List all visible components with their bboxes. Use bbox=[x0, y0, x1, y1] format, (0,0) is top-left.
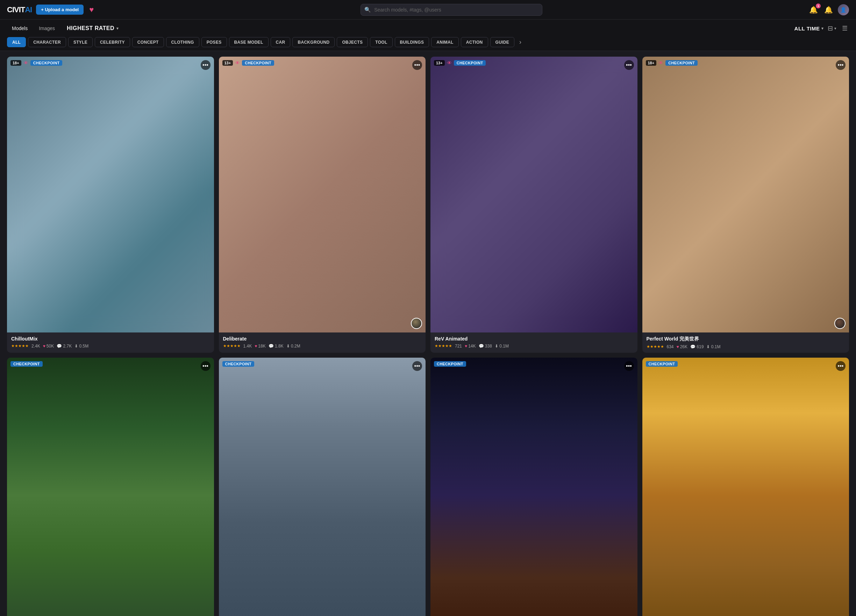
card-image-deliberate: 13+👁CHECKPOINT••• bbox=[219, 57, 426, 333]
card-menu-button[interactable]: ••• bbox=[201, 60, 211, 70]
nav-bar: Models Images HIGHEST RATED ▾ ALL TIME ▾… bbox=[0, 20, 856, 51]
category-poses[interactable]: POSES bbox=[202, 37, 227, 47]
category-objects[interactable]: OBJECTS bbox=[337, 37, 368, 47]
card-title: Perfect World 完美世界 bbox=[647, 336, 845, 342]
rating-count: 2.4K bbox=[31, 343, 40, 348]
list-icon: ☰ bbox=[842, 25, 848, 32]
list-view-button[interactable]: ☰ bbox=[841, 23, 849, 34]
card-image-perfect-world: 18+👁CHECKPOINT••• bbox=[642, 57, 849, 333]
upload-model-button[interactable]: + Upload a model bbox=[36, 5, 83, 15]
tab-images[interactable]: Images bbox=[34, 23, 60, 33]
category-clothing[interactable]: CLOTHING bbox=[166, 37, 199, 47]
rating-count: 721 bbox=[455, 343, 462, 348]
favorites-button[interactable]: ♥ bbox=[88, 4, 95, 16]
category-buildings[interactable]: BUILDINGS bbox=[395, 37, 430, 47]
card-info: ReV Animated★★★★★721♥ 14K💬 338⬇ 0.1M bbox=[430, 333, 637, 352]
type-badge: CHECKPOINT bbox=[646, 361, 678, 367]
card-badges: 18+👁CHECKPOINT bbox=[11, 60, 62, 66]
logo-civit: CIVIT bbox=[7, 5, 25, 14]
rating-count: 634 bbox=[667, 344, 674, 349]
age-rating-badge: 13+ bbox=[222, 60, 233, 66]
tab-models[interactable]: Models bbox=[7, 23, 32, 33]
eye-icon: 👁 bbox=[235, 60, 240, 66]
period-label: ALL TIME bbox=[794, 26, 820, 31]
nav-tabs: Models Images bbox=[7, 23, 60, 33]
user-avatar[interactable]: 👤 bbox=[838, 4, 849, 15]
card-info: ChilloutMix★★★★★2.4K♥ 50K💬 2.7K⬇ 0.5M bbox=[7, 333, 214, 352]
comments-count: 💬 2.7K bbox=[57, 343, 72, 348]
eye-icon: 👁 bbox=[659, 60, 664, 66]
card-info: Deliberate★★★★★1.4K♥ 18K💬 1.8K⬇ 0.2M bbox=[219, 333, 426, 352]
card-title: Deliberate bbox=[223, 336, 422, 342]
category-style[interactable]: STYLE bbox=[68, 37, 93, 47]
card-menu-button[interactable]: ••• bbox=[836, 361, 845, 371]
card-user-avatar[interactable] bbox=[834, 318, 845, 329]
card-menu-button[interactable]: ••• bbox=[201, 361, 211, 371]
model-card-deliberate[interactable]: 13+👁CHECKPOINT•••Deliberate★★★★★1.4K♥ 18… bbox=[219, 57, 426, 353]
sort-button[interactable]: HIGHEST RATED ▾ bbox=[67, 25, 119, 31]
card-stats: ★★★★★1.4K♥ 18K💬 1.8K⬇ 0.2M bbox=[223, 343, 422, 348]
card-image-realistic-vision: CHECKPOINT••• bbox=[219, 358, 426, 616]
type-badge: CHECKPOINT bbox=[434, 361, 466, 367]
card-menu-button[interactable]: ••• bbox=[836, 60, 845, 70]
card-image-mystery1: CHECKPOINT••• bbox=[7, 358, 214, 616]
downloads-count: ⬇ 0.1M bbox=[706, 344, 721, 349]
card-user-avatar[interactable] bbox=[411, 318, 422, 329]
card-menu-button[interactable]: ••• bbox=[412, 361, 422, 371]
category-tool[interactable]: TOOL bbox=[370, 37, 393, 47]
card-stats: ★★★★★634♥ 26K💬 619⬇ 0.1M bbox=[647, 344, 845, 349]
age-rating-badge: 13+ bbox=[434, 60, 445, 66]
card-stats: ★★★★★2.4K♥ 50K💬 2.7K⬇ 0.5M bbox=[11, 343, 210, 348]
category-celebrity[interactable]: CELEBRITY bbox=[95, 37, 130, 47]
eye-icon: 👁 bbox=[447, 60, 452, 66]
card-info: Perfect World 完美世界★★★★★634♥ 26K💬 619⬇ 0.… bbox=[642, 333, 849, 353]
card-menu-button[interactable]: ••• bbox=[624, 361, 634, 371]
category-car[interactable]: CAR bbox=[271, 37, 291, 47]
filter-icon: ⊟ bbox=[828, 25, 833, 32]
rating-stars: ★★★★★ bbox=[223, 343, 240, 348]
logo-ai: AI bbox=[25, 5, 32, 14]
downloads-count: ⬇ 0.5M bbox=[74, 343, 88, 348]
search-icon: 🔍 bbox=[364, 7, 371, 13]
card-menu-button[interactable]: ••• bbox=[624, 60, 634, 70]
card-menu-button[interactable]: ••• bbox=[412, 60, 422, 70]
filter-button[interactable]: ⊟ ▾ bbox=[826, 23, 838, 34]
card-badges: 13+👁CHECKPOINT bbox=[222, 60, 274, 66]
rating-stars: ★★★★★ bbox=[435, 343, 452, 348]
model-card-realistic-vision[interactable]: CHECKPOINT•••Realistic Vision V2.0★★★★★5… bbox=[219, 358, 426, 616]
header-right: 🔔 1 🔔 👤 bbox=[808, 4, 849, 15]
type-badge: CHECKPOINT bbox=[454, 60, 486, 66]
model-card-mystery1[interactable]: CHECKPOINT••• bbox=[7, 358, 214, 616]
downloads-count: ⬇ 0.2M bbox=[286, 343, 300, 348]
age-rating-badge: 18+ bbox=[11, 60, 22, 66]
model-card-perfect-world[interactable]: 18+👁CHECKPOINT•••Perfect World 完美世界★★★★★… bbox=[642, 57, 849, 353]
category-background[interactable]: BACKGROUND bbox=[293, 37, 335, 47]
category-action[interactable]: ACTION bbox=[461, 37, 488, 47]
logo[interactable]: CIVITAI bbox=[7, 5, 32, 14]
model-card-abyss-orange[interactable]: CHECKPOINT•••AbyssOrangeMix3 (AOM3)★★★★★… bbox=[430, 358, 637, 616]
alerts-button[interactable]: 🔔 bbox=[823, 4, 834, 15]
category-guide[interactable]: GUIDE bbox=[490, 37, 515, 47]
category-more-button[interactable]: › bbox=[516, 37, 524, 47]
search-input[interactable] bbox=[360, 4, 542, 16]
model-card-chillout[interactable]: 18+👁CHECKPOINT•••ChilloutMix★★★★★2.4K♥ 5… bbox=[7, 57, 214, 353]
card-image-rev-animated: 13+👁CHECKPOINT••• bbox=[430, 57, 637, 333]
card-stats: ★★★★★721♥ 14K💬 338⬇ 0.1M bbox=[435, 343, 633, 348]
model-card-rev-animated[interactable]: 13+👁CHECKPOINT•••ReV Animated★★★★★721♥ 1… bbox=[430, 57, 637, 353]
category-bar: ALLCHARACTERSTYLECELEBRITYCONCEPTCLOTHIN… bbox=[7, 37, 849, 51]
comments-count: 💬 338 bbox=[479, 343, 492, 348]
card-badges: CHECKPOINT bbox=[434, 361, 466, 367]
category-base-model[interactable]: BASE MODEL bbox=[229, 37, 269, 47]
period-button[interactable]: ALL TIME ▾ bbox=[794, 26, 824, 31]
rating-count: 1.4K bbox=[243, 343, 252, 348]
category-animal[interactable]: ANIMAL bbox=[431, 37, 459, 47]
category-all[interactable]: ALL bbox=[7, 37, 26, 47]
notifications-bell-button[interactable]: 🔔 1 bbox=[808, 4, 819, 15]
category-character[interactable]: CHARACTER bbox=[28, 37, 66, 47]
model-card-butterfly-model[interactable]: CHECKPOINT••• bbox=[642, 358, 849, 616]
nav-top: Models Images HIGHEST RATED ▾ ALL TIME ▾… bbox=[7, 23, 849, 34]
sort-chevron: ▾ bbox=[117, 26, 119, 31]
card-badges: CHECKPOINT bbox=[11, 361, 43, 367]
hearts-count: ♥ 14K bbox=[465, 343, 476, 348]
category-concept[interactable]: CONCEPT bbox=[132, 37, 164, 47]
